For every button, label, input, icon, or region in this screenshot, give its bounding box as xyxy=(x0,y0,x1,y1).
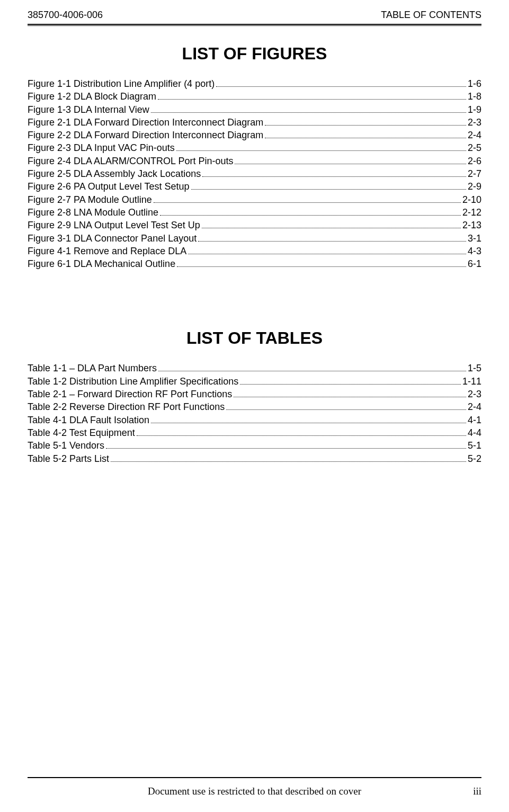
toc-page-number: 2-3 xyxy=(468,388,481,400)
toc-label: Figure 2-2 DLA Forward Direction Interco… xyxy=(28,129,263,141)
toc-page-number: 6-1 xyxy=(468,257,481,270)
toc-leader-dots xyxy=(198,241,466,242)
toc-page-number: 2-9 xyxy=(468,180,481,193)
toc-page-number: 3-1 xyxy=(468,232,481,245)
toc-item: Table 4-1 DLA Fault Isolation4-1 xyxy=(28,414,481,426)
toc-item: Table 1-1 – DLA Part Numbers1-5 xyxy=(28,362,481,374)
toc-page-number: 2-3 xyxy=(468,116,481,129)
toc-page-number: 2-5 xyxy=(468,141,481,154)
toc-item: Table 4-2 Test Equipment4-4 xyxy=(28,426,481,439)
toc-page-number: 4-1 xyxy=(468,414,481,426)
toc-label: Figure 6-1 DLA Mechanical Outline xyxy=(28,257,175,270)
toc-label: Table 4-1 DLA Fault Isolation xyxy=(28,414,149,426)
toc-label: Table 2-1 – Forward Direction RF Port Fu… xyxy=(28,388,232,400)
figures-list: Figure 1-1 Distribution Line Amplifier (… xyxy=(28,77,481,270)
toc-item: Figure 3-1 DLA Connector Panel Layout3-1 xyxy=(28,232,481,245)
toc-label: Figure 2-3 DLA Input VAC Pin-outs xyxy=(28,141,175,154)
toc-item: Figure 1-1 Distribution Line Amplifier (… xyxy=(28,77,481,90)
toc-page-number: 2-4 xyxy=(468,129,481,141)
toc-label: Figure 2-7 PA Module Outline xyxy=(28,193,152,206)
toc-item: Figure 2-9 LNA Output Level Test Set Up2… xyxy=(28,219,481,231)
toc-item: Table 1-2 Distribution Line Amplifier Sp… xyxy=(28,375,481,388)
footer-page-number: iii xyxy=(473,786,481,797)
toc-label: Table 5-2 Parts List xyxy=(28,452,109,465)
toc-page-number: 2-13 xyxy=(462,219,481,231)
toc-leader-dots xyxy=(158,99,466,100)
toc-page-number: 1-11 xyxy=(462,375,481,388)
toc-item: Figure 2-6 PA Output Level Test Setup 2-… xyxy=(28,180,481,193)
toc-leader-dots xyxy=(202,176,466,177)
toc-item: Figure 2-4 DLA ALARM/CONTROL Port Pin-ou… xyxy=(28,155,481,167)
toc-leader-dots xyxy=(154,202,461,203)
toc-page-number: 1-8 xyxy=(468,90,481,103)
page-footer: Document use is restricted to that descr… xyxy=(28,777,481,797)
toc-item: Figure 2-1 DLA Forward Direction Interco… xyxy=(28,116,481,129)
toc-item: Figure 2-8 LNA Module Outline2-12 xyxy=(28,206,481,219)
toc-label: Figure 2-4 DLA ALARM/CONTROL Port Pin-ou… xyxy=(28,155,233,167)
figures-title: LIST OF FIGURES xyxy=(28,44,481,64)
toc-leader-dots xyxy=(176,150,466,151)
tables-title: LIST OF TABLES xyxy=(28,328,481,348)
toc-page-number: 4-3 xyxy=(468,245,481,257)
toc-leader-dots xyxy=(158,371,466,371)
toc-item: Figure 2-5 DLA Assembly Jack Locations2-… xyxy=(28,167,481,180)
toc-page-number: 4-4 xyxy=(468,426,481,439)
toc-item: Figure 1-3 DLA Internal View 1-9 xyxy=(28,103,481,116)
toc-item: Table 2-2 Reverse Direction RF Port Func… xyxy=(28,400,481,413)
toc-label: Table 5-1 Vendors xyxy=(28,439,104,452)
header-section-label: TABLE OF CONTENTS xyxy=(381,10,481,21)
toc-item: Table 2-1 – Forward Direction RF Port Fu… xyxy=(28,388,481,400)
tables-list: Table 1-1 – DLA Part Numbers1-5Table 1-2… xyxy=(28,362,481,465)
toc-label: Figure 2-1 DLA Forward Direction Interco… xyxy=(28,116,263,129)
toc-leader-dots xyxy=(216,86,466,87)
toc-page-number: 5-1 xyxy=(468,439,481,452)
toc-label: Figure 1-1 Distribution Line Amplifier (… xyxy=(28,77,215,90)
toc-item: Figure 2-3 DLA Input VAC Pin-outs 2-5 xyxy=(28,141,481,154)
toc-item: Figure 2-2 DLA Forward Direction Interco… xyxy=(28,129,481,141)
toc-item: Figure 2-7 PA Module Outline2-10 xyxy=(28,193,481,206)
toc-page-number: 1-5 xyxy=(468,362,481,374)
toc-label: Table 1-1 – DLA Part Numbers xyxy=(28,362,157,374)
toc-leader-dots xyxy=(106,448,466,449)
toc-label: Figure 4-1 Remove and Replace DLA xyxy=(28,245,186,257)
toc-leader-dots xyxy=(137,435,466,436)
header-doc-number: 385700-4006-006 xyxy=(28,10,103,21)
toc-leader-dots xyxy=(235,164,466,164)
toc-label: Figure 1-2 DLA Block Diagram xyxy=(28,90,156,103)
toc-page-number: 1-6 xyxy=(468,77,481,90)
toc-leader-dots xyxy=(188,254,466,254)
toc-page-number: 5-2 xyxy=(468,452,481,465)
toc-leader-dots xyxy=(202,228,461,228)
page-container: 385700-4006-006 TABLE OF CONTENTS LIST O… xyxy=(0,0,509,465)
header-rule xyxy=(28,24,481,26)
toc-item: Table 5-2 Parts List5-2 xyxy=(28,452,481,465)
toc-label: Table 4-2 Test Equipment xyxy=(28,426,135,439)
page-header: 385700-4006-006 TABLE OF CONTENTS xyxy=(28,10,481,24)
toc-page-number: 1-9 xyxy=(468,103,481,116)
toc-label: Figure 2-8 LNA Module Outline xyxy=(28,206,158,219)
toc-page-number: 2-4 xyxy=(468,400,481,413)
toc-label: Figure 2-5 DLA Assembly Jack Locations xyxy=(28,167,201,180)
toc-label: Figure 3-1 DLA Connector Panel Layout xyxy=(28,232,197,245)
toc-leader-dots xyxy=(234,397,466,397)
toc-leader-dots xyxy=(265,138,466,138)
footer-restriction-text: Document use is restricted to that descr… xyxy=(28,786,481,797)
toc-page-number: 2-10 xyxy=(462,193,481,206)
toc-leader-dots xyxy=(151,423,466,423)
toc-leader-dots xyxy=(111,461,466,462)
toc-item: Figure 1-2 DLA Block Diagram 1-8 xyxy=(28,90,481,103)
toc-label: Figure 2-9 LNA Output Level Test Set Up xyxy=(28,219,200,231)
footer-rule xyxy=(28,777,481,778)
toc-leader-dots xyxy=(240,384,461,385)
toc-page-number: 2-12 xyxy=(462,206,481,219)
toc-item: Table 5-1 Vendors 5-1 xyxy=(28,439,481,452)
toc-leader-dots xyxy=(160,215,461,216)
toc-page-number: 2-7 xyxy=(468,167,481,180)
toc-leader-dots xyxy=(177,266,466,267)
toc-label: Figure 1-3 DLA Internal View xyxy=(28,103,149,116)
toc-label: Figure 2-6 PA Output Level Test Setup xyxy=(28,180,190,193)
toc-leader-dots xyxy=(265,125,466,126)
toc-label: Table 1-2 Distribution Line Amplifier Sp… xyxy=(28,375,238,388)
toc-label: Table 2-2 Reverse Direction RF Port Func… xyxy=(28,400,225,413)
toc-leader-dots xyxy=(151,112,466,113)
